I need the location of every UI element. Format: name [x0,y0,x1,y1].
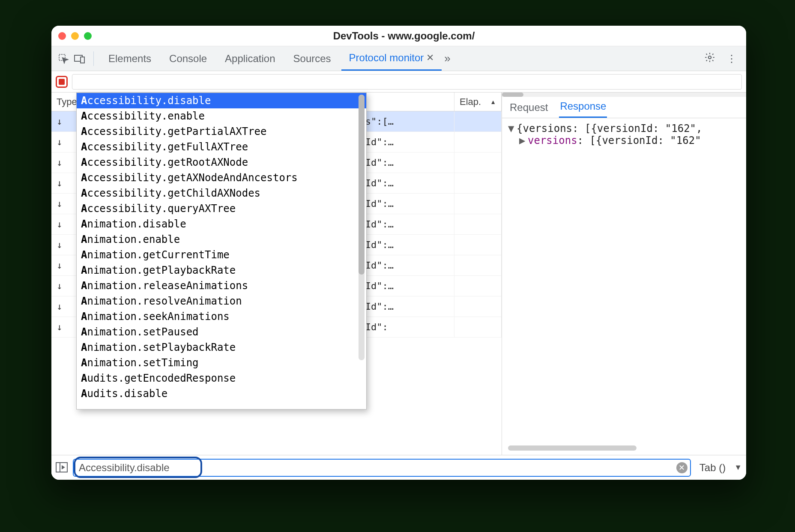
titlebar: DevTools - www.google.com/ [51,26,746,46]
sent-arrow-icon: ↓ [57,198,62,209]
autocomplete-item[interactable]: Animation.getPlaybackRate [77,263,366,278]
sort-asc-icon: ▲ [490,99,496,105]
devtools-window: DevTools - www.google.com/ Elements Cons… [51,26,746,480]
record-button[interactable] [56,76,68,88]
disclosure-closed-icon[interactable]: ▶ [519,134,528,146]
sent-arrow-icon: ↓ [57,239,62,250]
more-tabs-icon[interactable]: » [444,52,450,65]
settings-gear-icon[interactable] [700,52,720,66]
clear-input-icon[interactable]: ✕ [676,462,687,473]
traffic-light-zoom[interactable] [84,32,92,40]
autocomplete-item[interactable]: Accessibility.getChildAXNodes [77,185,366,201]
filter-input[interactable] [72,74,742,90]
sent-arrow-icon: ↓ [57,322,62,332]
autocomplete-item[interactable]: Audits.getEncodedResponse [77,371,366,386]
autocomplete-popup[interactable]: Accessibility.disableAccessibility.enabl… [76,93,367,409]
traffic-light-minimize[interactable] [71,32,79,40]
sent-arrow-icon: ↓ [57,116,62,127]
response-body[interactable]: ▼{versions: [{versionId: "162", ▶version… [502,118,746,443]
autocomplete-item[interactable]: Animation.setPaused [77,324,366,340]
kebab-menu-icon[interactable]: ⋮ [722,53,741,65]
autocomplete-item[interactable]: Accessibility.getFullAXTree [77,139,366,155]
sent-arrow-icon: ↓ [57,260,62,271]
autocomplete-item[interactable]: Accessibility.enable [77,108,366,124]
sent-arrow-icon: ↓ [57,219,62,230]
autocomplete-item[interactable]: Accessibility.getAXNodeAndAncestors [77,170,366,185]
autocomplete-item[interactable]: Animation.disable [77,216,366,232]
sent-arrow-icon: ↓ [57,137,62,147]
autocomplete-item[interactable]: Animation.setTiming [77,355,366,371]
device-toolbar-icon[interactable] [73,54,87,63]
tab-protocol-monitor[interactable]: Protocol monitor✕ [341,46,442,71]
detail-hscrollbar[interactable] [508,445,740,452]
protocol-table-pane: Type se Elap.▲ ↓ions":[…↓estId":…↓estId"… [51,93,502,455]
autocomplete-item[interactable]: Animation.seekAnimations [77,309,366,324]
window-title: DevTools - www.google.com/ [92,30,716,42]
toggle-panel-icon[interactable] [56,462,69,473]
disclosure-open-icon[interactable]: ▼ [508,123,517,134]
command-input[interactable] [73,459,691,477]
tab-sources[interactable]: Sources [286,46,339,71]
autocomplete-item[interactable]: Accessibility.disable [77,93,366,108]
inspect-icon[interactable] [57,54,70,64]
autocomplete-item[interactable]: Accessibility.queryAXTree [77,201,366,216]
sent-arrow-icon: ↓ [57,157,62,168]
tab-application[interactable]: Application [217,46,283,71]
autocomplete-scrollbar[interactable] [359,95,365,360]
autocomplete-item[interactable]: Accessibility.getRootAXNode [77,155,366,170]
col-elapsed[interactable]: Elap.▲ [454,93,502,111]
filter-bar [51,71,746,93]
dropdown-caret-icon[interactable]: ▼ [734,463,742,472]
autocomplete-item[interactable]: Audits.disable [77,386,366,401]
tab-hint: Tab () [695,462,730,474]
autocomplete-item[interactable]: Animation.releaseAnimations [77,278,366,293]
autocomplete-item[interactable]: Animation.getCurrentTime [77,247,366,263]
tab-elements[interactable]: Elements [101,46,159,71]
sent-arrow-icon: ↓ [57,178,62,188]
command-bar: ✕ Tab () ▼ [51,455,746,480]
close-icon[interactable]: ✕ [426,52,434,63]
sent-arrow-icon: ↓ [57,281,62,291]
autocomplete-item[interactable]: Animation.resolveAnimation [77,293,366,309]
svg-rect-2 [81,57,84,63]
autocomplete-item[interactable]: Accessibility.getPartialAXTree [77,124,366,139]
tab-response[interactable]: Response [559,96,607,118]
tabs-bar: Elements Console Application Sources Pro… [51,46,746,71]
main-area: Type se Elap.▲ ↓ions":[…↓estId":…↓estId"… [51,93,746,455]
tab-console[interactable]: Console [161,46,215,71]
autocomplete-item[interactable]: Animation.enable [77,232,366,247]
tab-request[interactable]: Request [509,97,549,118]
svg-point-3 [708,56,711,59]
detail-tabs: Request Response [502,97,746,118]
autocomplete-item[interactable]: Animation.setPlaybackRate [77,340,366,355]
detail-pane: Request Response ▼{versions: [{versionId… [502,93,746,455]
sent-arrow-icon: ↓ [57,301,62,312]
traffic-light-close[interactable] [58,32,66,40]
